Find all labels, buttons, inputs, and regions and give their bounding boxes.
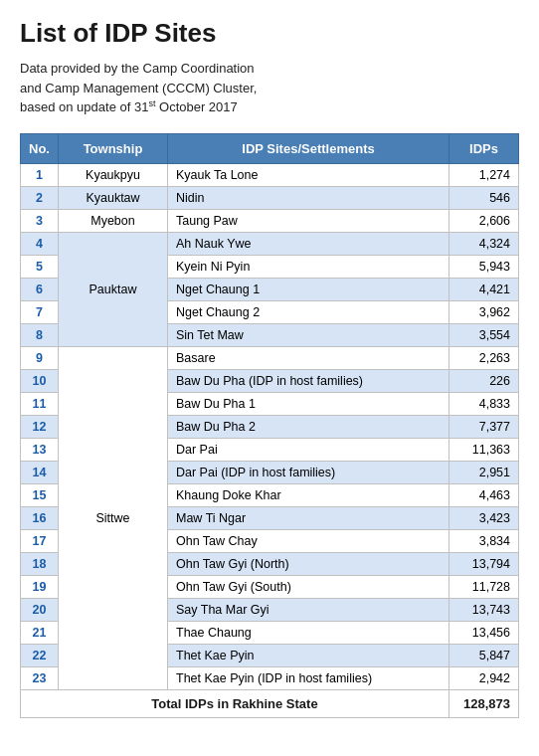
idp-table: No. Township IDP Sites/Settlements IDPs … [20, 133, 519, 718]
cell-idps: 4,421 [449, 278, 519, 300]
cell-idps: 13,743 [449, 598, 519, 621]
cell-no: 18 [21, 552, 59, 575]
table-row: 9SittweBasare2,263 [21, 346, 519, 369]
cell-idps: 13,456 [449, 621, 519, 644]
cell-idps: 3,554 [449, 323, 519, 346]
cell-idps: 226 [449, 369, 519, 392]
cell-site: Maw Ti Ngar [168, 506, 449, 529]
cell-idps: 5,943 [449, 255, 519, 278]
table-header-row: No. Township IDP Sites/Settlements IDPs [21, 133, 519, 163]
cell-idps: 1,274 [449, 163, 519, 186]
cell-idps: 4,324 [449, 232, 519, 255]
cell-no: 10 [21, 369, 59, 392]
cell-idps: 2,942 [449, 666, 519, 689]
cell-site: Ohn Taw Gyi (North) [168, 552, 449, 575]
cell-no: 13 [21, 438, 59, 461]
cell-no: 11 [21, 392, 59, 415]
cell-site: Kyein Ni Pyin [168, 255, 449, 278]
cell-no: 2 [21, 186, 59, 209]
table-footer-row: Total IDPs in Rakhine State 128,873 [21, 689, 519, 717]
cell-site: Thet Kae Pyin [168, 644, 449, 666]
cell-idps: 4,833 [449, 392, 519, 415]
cell-site: Nidin [168, 186, 449, 209]
cell-township: Kyaukpyu [59, 163, 168, 186]
cell-no: 16 [21, 506, 59, 529]
cell-site: Ohn Taw Chay [168, 529, 449, 552]
cell-site: Dar Pai (IDP in host families) [168, 461, 449, 483]
cell-no: 23 [21, 666, 59, 689]
cell-site: Thet Kae Pyin (IDP in host families) [168, 666, 449, 689]
cell-no: 22 [21, 644, 59, 666]
cell-idps: 11,728 [449, 575, 519, 598]
cell-no: 5 [21, 255, 59, 278]
table-row: 3MyebonTaung Paw2,606 [21, 209, 519, 232]
cell-no: 3 [21, 209, 59, 232]
header-idps: IDPs [449, 133, 519, 163]
table-row: 2KyauktawNidin546 [21, 186, 519, 209]
cell-idps: 5,847 [449, 644, 519, 666]
header-site: IDP Sites/Settlements [168, 133, 449, 163]
cell-idps: 7,377 [449, 415, 519, 438]
cell-idps: 11,363 [449, 438, 519, 461]
cell-site: Dar Pai [168, 438, 449, 461]
total-value: 128,873 [449, 689, 519, 717]
cell-idps: 2,263 [449, 346, 519, 369]
cell-site: Baw Du Pha (IDP in host families) [168, 369, 449, 392]
header-township: Township [59, 133, 168, 163]
cell-site: Basare [168, 346, 449, 369]
cell-site: Thae Chaung [168, 621, 449, 644]
cell-site: Baw Du Pha 1 [168, 392, 449, 415]
cell-no: 1 [21, 163, 59, 186]
cell-no: 19 [21, 575, 59, 598]
cell-site: Say Tha Mar Gyi [168, 598, 449, 621]
cell-township: Kyauktaw [59, 186, 168, 209]
cell-site: Nget Chaung 2 [168, 300, 449, 323]
cell-site: Kyauk Ta Lone [168, 163, 449, 186]
cell-idps: 3,834 [449, 529, 519, 552]
cell-no: 14 [21, 461, 59, 483]
cell-no: 20 [21, 598, 59, 621]
cell-idps: 2,951 [449, 461, 519, 483]
cell-no: 6 [21, 278, 59, 300]
cell-no: 12 [21, 415, 59, 438]
total-label: Total IDPs in Rakhine State [21, 689, 449, 717]
cell-site: Khaung Doke Khar [168, 483, 449, 506]
cell-township: Pauktaw [59, 232, 168, 346]
cell-site: Nget Chaung 1 [168, 278, 449, 300]
cell-no: 9 [21, 346, 59, 369]
cell-idps: 2,606 [449, 209, 519, 232]
cell-idps: 3,423 [449, 506, 519, 529]
cell-idps: 4,463 [449, 483, 519, 506]
table-row: 4PauktawAh Nauk Ywe4,324 [21, 232, 519, 255]
cell-site: Taung Paw [168, 209, 449, 232]
cell-no: 7 [21, 300, 59, 323]
cell-idps: 13,794 [449, 552, 519, 575]
cell-no: 8 [21, 323, 59, 346]
cell-site: Ah Nauk Ywe [168, 232, 449, 255]
subtitle: Data provided by the Camp Coordination a… [20, 59, 519, 117]
cell-no: 4 [21, 232, 59, 255]
header-no: No. [21, 133, 59, 163]
cell-no: 17 [21, 529, 59, 552]
cell-site: Baw Du Pha 2 [168, 415, 449, 438]
cell-township: Sittwe [59, 346, 168, 689]
cell-idps: 546 [449, 186, 519, 209]
page-title: List of IDP Sites [20, 18, 519, 49]
cell-township: Myebon [59, 209, 168, 232]
cell-no: 15 [21, 483, 59, 506]
cell-idps: 3,962 [449, 300, 519, 323]
cell-site: Ohn Taw Gyi (South) [168, 575, 449, 598]
table-row: 1KyaukpyuKyauk Ta Lone1,274 [21, 163, 519, 186]
cell-no: 21 [21, 621, 59, 644]
cell-site: Sin Tet Maw [168, 323, 449, 346]
